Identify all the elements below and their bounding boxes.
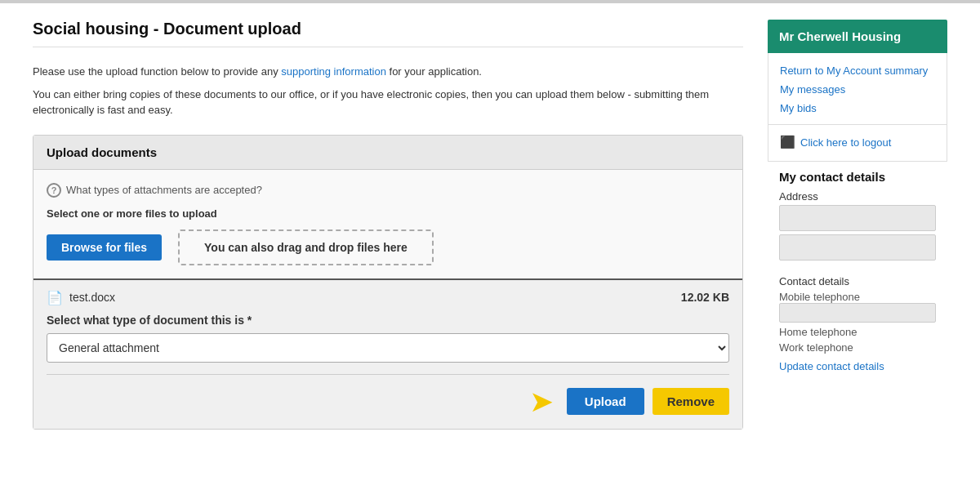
arrow-right-icon: ➤ <box>529 385 554 419</box>
sidebar-item-messages[interactable]: My messages <box>768 80 947 99</box>
update-contact-link[interactable]: Update contact details <box>779 357 936 376</box>
help-circle-icon[interactable]: ? <box>47 183 61 198</box>
remove-button[interactable]: Remove <box>653 388 729 415</box>
logout-label: Click here to logout <box>800 136 891 149</box>
address-label: Address <box>779 190 936 203</box>
page-title: Social housing - Document upload <box>33 20 743 47</box>
file-name: test.docx <box>69 291 115 304</box>
page-container: Social housing - Document upload Please … <box>0 0 980 446</box>
address-value2 <box>779 234 936 261</box>
sidebar-phone-section: Contact details Mobile telephone Home te… <box>768 264 947 376</box>
supporting-info-link[interactable]: supporting information <box>281 65 386 78</box>
sidebar-contact-title: My contact details <box>779 170 936 184</box>
drag-drop-area[interactable]: You can also drag and drop files here <box>178 229 434 265</box>
file-name-area: 📄 test.docx <box>47 290 115 305</box>
work-label: Work telephone <box>779 341 936 354</box>
file-icon: 📄 <box>47 290 63 305</box>
sidebar-user-header: Mr Cherwell Housing <box>768 20 947 53</box>
intro-line1: Please use the upload function below to … <box>33 64 743 80</box>
mobile-value <box>779 303 936 323</box>
main-content: Social housing - Document upload Please … <box>33 20 743 430</box>
sidebar-item-bids[interactable]: My bids <box>768 99 947 118</box>
file-controls: Browse for files You can also drag and d… <box>47 229 729 265</box>
contact-details-label: Contact details <box>779 275 936 287</box>
doc-type-label: Select what type of document this is * <box>47 314 729 327</box>
upload-section-title: Upload documents <box>47 145 157 159</box>
sidebar-nav: Return to My Account summary My messages… <box>768 53 947 162</box>
doc-type-select[interactable]: General attachment Proof of identity Pro… <box>47 333 729 363</box>
sidebar: Mr Cherwell Housing Return to My Account… <box>768 20 947 430</box>
sidebar-user-name: Mr Cherwell Housing <box>779 29 901 43</box>
upload-section: Upload documents ? What types of attachm… <box>33 135 743 430</box>
upload-section-header: Upload documents <box>33 136 742 170</box>
home-label: Home telephone <box>779 326 936 338</box>
attachment-info-text: What types of attachments are accepted? <box>66 184 262 196</box>
select-files-label: Select one or more files to upload <box>47 207 729 220</box>
address-value <box>779 205 936 231</box>
logout-row[interactable]: ⬛ Click here to logout <box>768 131 947 153</box>
file-size: 12.02 KB <box>681 291 729 304</box>
action-row: ➤ Upload Remove <box>47 374 729 419</box>
intro-line2: You can either bring copies of these doc… <box>33 87 743 118</box>
upload-button[interactable]: Upload <box>567 388 644 415</box>
sidebar-contact-section: My contact details Address <box>768 162 947 261</box>
logout-icon: ⬛ <box>780 135 795 149</box>
sidebar-divider <box>768 124 947 125</box>
file-info-row: 📄 test.docx 12.02 KB <box>47 290 729 305</box>
drag-drop-text: You can also drag and drop files here <box>204 241 408 254</box>
mobile-label: Mobile telephone <box>779 291 936 303</box>
content-wrapper: Social housing - Document upload Please … <box>0 3 980 446</box>
browse-files-button[interactable]: Browse for files <box>47 234 162 261</box>
sidebar-item-account-summary[interactable]: Return to My Account summary <box>768 61 947 80</box>
file-item-section: 📄 test.docx 12.02 KB Select what type of… <box>33 278 742 429</box>
attachment-info-row: ? What types of attachments are accepted… <box>47 183 729 198</box>
upload-section-body: ? What types of attachments are accepted… <box>33 170 742 278</box>
